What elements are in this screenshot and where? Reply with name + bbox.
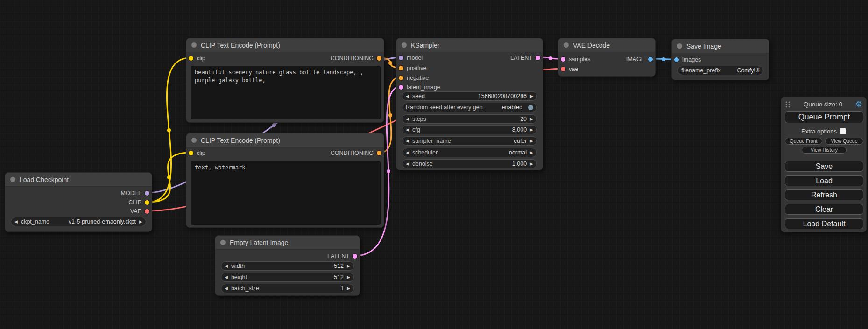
increment-arrow-icon[interactable]: ▶ — [530, 162, 533, 166]
widget-label: cfg — [412, 126, 420, 133]
widget-value: 20 — [520, 116, 527, 122]
widget-label: height — [231, 274, 247, 280]
widget-label: denoise — [412, 161, 433, 167]
widget-seed[interactable]: ◀ seed 156680208700286 ▶ — [402, 91, 537, 101]
increment-arrow-icon[interactable]: ▶ — [347, 287, 350, 291]
node-clip-text-encode-negative[interactable]: CLIP Text Encode (Prompt) clip CONDITION… — [186, 133, 384, 228]
conditioning-slot-dot[interactable] — [377, 151, 381, 155]
widget-filename-prefix[interactable]: filename_prefix ComfyUI — [677, 66, 763, 75]
conditioning-slot-dot[interactable] — [399, 76, 403, 80]
gear-icon[interactable]: ⚙ — [855, 100, 862, 108]
node-collapse-dot[interactable] — [10, 177, 15, 182]
clip-slot-dot[interactable] — [145, 200, 149, 205]
node-collapse-dot[interactable] — [564, 42, 569, 48]
widget-cfg[interactable]: ◀ cfg 8.000 ▶ — [402, 125, 537, 134]
drag-handle-icon[interactable] — [785, 101, 790, 108]
view-queue-button[interactable]: View Queue — [825, 138, 863, 145]
node-empty-latent-image[interactable]: Empty Latent Image LATENT ◀ width 512 ▶ … — [215, 235, 360, 296]
node-collapse-dot[interactable] — [402, 42, 407, 48]
load-default-button[interactable]: Load Default — [785, 218, 863, 229]
decrement-arrow-icon[interactable]: ◀ — [406, 117, 409, 121]
clip-slot-dot[interactable] — [189, 56, 193, 61]
decrement-arrow-icon[interactable]: ◀ — [406, 151, 409, 155]
latent-slot-dot[interactable] — [353, 254, 357, 259]
clip-slot-dot[interactable] — [189, 151, 193, 155]
latent-slot-dot[interactable] — [399, 85, 403, 90]
widget-label: scheduler — [412, 149, 438, 156]
widget-ckpt-name[interactable]: ◀ ckpt_name v1-5-pruned-emaonly.ckpt ▶ — [11, 217, 146, 226]
input-slot-clip: clip — [186, 54, 205, 63]
decrement-arrow-icon[interactable]: ◀ — [406, 162, 409, 166]
prompt-textarea[interactable]: beautiful scenery nature glass bottle la… — [191, 66, 381, 119]
widget-steps[interactable]: ◀ steps 20 ▶ — [402, 114, 537, 124]
node-title-bar[interactable]: CLIP Text Encode (Prompt) — [186, 38, 384, 52]
node-title-bar[interactable]: CLIP Text Encode (Prompt) — [186, 133, 384, 147]
decrement-arrow-icon[interactable]: ◀ — [406, 128, 409, 132]
widget-random-seed[interactable]: Random seed after every gen enabled — [402, 103, 537, 112]
widget-denoise[interactable]: ◀ denoise 1.000 ▶ — [402, 159, 537, 168]
model-slot-dot[interactable] — [399, 56, 403, 60]
node-vae-decode[interactable]: VAE Decode samples IMAGE vae — [558, 38, 656, 77]
node-collapse-dot[interactable] — [191, 138, 197, 143]
prompt-textarea[interactable]: text, watermark — [191, 161, 381, 225]
widget-scheduler[interactable]: ◀ scheduler normal ▶ — [402, 148, 537, 157]
widget-value: 1.000 — [512, 161, 527, 167]
conditioning-slot-dot[interactable] — [377, 56, 381, 61]
node-title-bar[interactable]: Save Image — [672, 39, 769, 53]
increment-arrow-icon[interactable]: ▶ — [347, 264, 350, 268]
decrement-arrow-icon[interactable]: ◀ — [225, 275, 228, 280]
widget-value: euler — [514, 138, 527, 144]
decrement-arrow-icon[interactable]: ◀ — [225, 287, 228, 291]
node-save-image[interactable]: Save Image images filename_prefix ComfyU… — [671, 39, 769, 80]
latent-slot-dot[interactable] — [536, 56, 540, 60]
increment-arrow-icon[interactable]: ▶ — [530, 128, 533, 132]
queue-prompt-button[interactable]: Queue Prompt — [785, 111, 863, 123]
node-collapse-dot[interactable] — [220, 240, 226, 245]
increment-arrow-icon[interactable]: ▶ — [530, 117, 533, 121]
image-slot-dot[interactable] — [648, 57, 653, 62]
increment-arrow-icon[interactable]: ▶ — [139, 220, 142, 224]
widget-label: width — [231, 263, 245, 269]
decrement-arrow-icon[interactable]: ◀ — [406, 139, 409, 143]
increment-arrow-icon[interactable]: ▶ — [347, 275, 350, 280]
queue-front-button[interactable]: Queue Front — [785, 138, 822, 145]
refresh-button[interactable]: Refresh — [785, 189, 863, 200]
image-slot-dot[interactable] — [674, 57, 679, 62]
widget-label: filename_prefix — [681, 67, 721, 74]
load-button[interactable]: Load — [785, 175, 863, 186]
node-load-checkpoint[interactable]: Load Checkpoint MODEL CLIP VAE ◀ ckpt_na… — [5, 172, 152, 232]
extra-options-checkbox[interactable] — [840, 128, 846, 134]
save-button[interactable]: Save — [785, 161, 863, 172]
model-slot-dot[interactable] — [145, 191, 149, 196]
decrement-arrow-icon[interactable]: ◀ — [406, 94, 409, 98]
widget-width[interactable]: ◀ width 512 ▶ — [221, 261, 354, 271]
decrement-arrow-icon[interactable]: ◀ — [225, 264, 228, 268]
vae-slot-dot[interactable] — [145, 209, 149, 214]
view-history-button[interactable]: View History — [802, 147, 847, 154]
node-ksampler[interactable]: KSampler model LATENT positive negative … — [396, 38, 543, 170]
node-title-bar[interactable]: VAE Decode — [558, 38, 655, 52]
node-collapse-dot[interactable] — [677, 43, 682, 49]
conditioning-slot-dot[interactable] — [399, 66, 403, 70]
increment-arrow-icon[interactable]: ▶ — [530, 139, 533, 143]
input-slot-samples: samples — [558, 55, 591, 64]
output-slot-conditioning: CONDITIONING — [331, 148, 384, 158]
node-title-bar[interactable]: KSampler — [396, 38, 543, 52]
comfyui-canvas[interactable]: Load Checkpoint MODEL CLIP VAE ◀ ckpt_na… — [0, 0, 868, 329]
increment-arrow-icon[interactable]: ▶ — [530, 151, 533, 155]
node-title-bar[interactable]: Load Checkpoint — [5, 173, 152, 187]
increment-arrow-icon[interactable]: ▶ — [530, 94, 533, 98]
input-slot-images: images — [672, 55, 701, 64]
clear-button[interactable]: Clear — [785, 204, 863, 215]
decrement-arrow-icon[interactable]: ◀ — [14, 220, 18, 224]
widget-batch-size[interactable]: ◀ batch_size 1 ▶ — [221, 284, 354, 293]
widget-sampler-name[interactable]: ◀ sampler_name euler ▶ — [402, 136, 537, 146]
slot-label: vae — [569, 66, 578, 72]
latent-slot-dot[interactable] — [561, 57, 565, 62]
node-title-bar[interactable]: Empty Latent Image — [215, 236, 360, 250]
vae-slot-dot[interactable] — [561, 67, 565, 71]
widget-height[interactable]: ◀ height 512 ▶ — [221, 273, 354, 282]
node-clip-text-encode-positive[interactable]: CLIP Text Encode (Prompt) clip CONDITION… — [186, 38, 384, 123]
node-collapse-dot[interactable] — [191, 42, 197, 48]
random-seed-toggle[interactable] — [528, 105, 533, 110]
